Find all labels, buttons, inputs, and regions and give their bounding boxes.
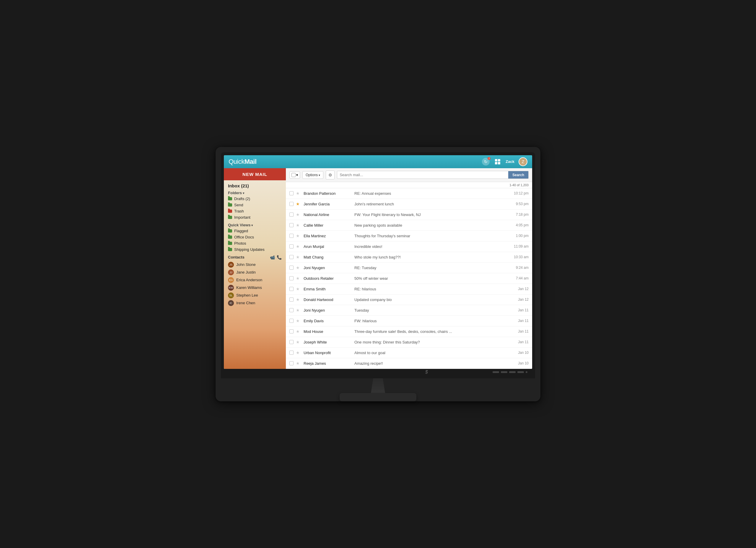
- sidebar-item-officedocs[interactable]: Office Docs: [224, 234, 286, 240]
- email-row[interactable]: ★ Emily Davis FW: hilarious Jan 11: [286, 316, 532, 326]
- email-star[interactable]: ★: [296, 340, 301, 344]
- email-date: 7:18 pm: [508, 213, 529, 217]
- email-checkbox[interactable]: [289, 287, 294, 291]
- email-checkbox[interactable]: [289, 329, 294, 333]
- sidebar-item-send[interactable]: Send: [224, 202, 286, 208]
- new-mail-button[interactable]: NEW MAIL: [224, 168, 286, 180]
- search-button[interactable]: Search: [508, 171, 528, 179]
- email-checkbox[interactable]: [289, 255, 294, 259]
- monitor-btn-4[interactable]: [517, 371, 524, 373]
- phone-icon[interactable]: 📞: [277, 255, 282, 260]
- email-star[interactable]: ★: [296, 191, 301, 196]
- email-star[interactable]: ★: [296, 361, 301, 366]
- sidebar-item-photos[interactable]: Photos: [224, 240, 286, 247]
- sidebar-item-trash[interactable]: Trash: [224, 208, 286, 214]
- email-star[interactable]: ★: [296, 329, 301, 334]
- email-row[interactable]: ★ Jennifer Garcia John's retirement lunc…: [286, 199, 532, 210]
- sidebar-item-flagged[interactable]: Flagged: [224, 228, 286, 234]
- monitor-stand-neck: [366, 378, 390, 393]
- refresh-button[interactable]: ↻ 2: [482, 158, 490, 166]
- email-checkbox[interactable]: [289, 223, 294, 227]
- contact-item[interactable]: EA Erica Anderson: [224, 276, 286, 284]
- email-star[interactable]: ★: [296, 318, 301, 323]
- email-sender: Arun Munjal: [304, 244, 351, 249]
- grid-icon-inner: [495, 159, 500, 164]
- contacts-list: JS John Stone JJ Jane Justin EA Erica An…: [224, 261, 286, 307]
- user-avatar[interactable]: Z: [519, 157, 527, 166]
- folder-icon-trash: [228, 210, 232, 213]
- sidebar-item-drafts[interactable]: Drafts (2): [224, 196, 286, 202]
- email-star[interactable]: ★: [296, 350, 301, 355]
- search-input[interactable]: [337, 171, 508, 179]
- email-checkbox[interactable]: [289, 213, 294, 217]
- contact-item[interactable]: JS John Stone: [224, 261, 286, 269]
- email-checkbox[interactable]: [289, 276, 294, 280]
- email-row[interactable]: ★ Brandon Patterson RE: Annual expenses …: [286, 188, 532, 199]
- grid-icon[interactable]: [494, 158, 501, 166]
- email-star[interactable]: ★: [296, 286, 301, 291]
- email-row[interactable]: ★ National Airline FW: Your Flight Itine…: [286, 210, 532, 220]
- video-call-icon[interactable]: 📹: [270, 255, 275, 260]
- select-all-checkbox[interactable]: [291, 173, 296, 177]
- email-star[interactable]: ★: [296, 234, 301, 238]
- settings-button[interactable]: ⚙: [326, 171, 335, 180]
- contact-item[interactable]: IC Irene Chen: [224, 299, 286, 307]
- email-row[interactable]: ★ Ella Martinez Thoughts for Thursday's …: [286, 231, 532, 242]
- email-checkbox[interactable]: [289, 191, 294, 195]
- email-checkbox[interactable]: [289, 361, 294, 365]
- email-row[interactable]: ★ Mod House Three-day furniture sale! Be…: [286, 326, 532, 337]
- email-date: Jan 12: [508, 297, 529, 301]
- email-checkbox[interactable]: [289, 319, 294, 323]
- email-checkbox[interactable]: [289, 266, 294, 270]
- email-date: Jan 11: [508, 308, 529, 312]
- email-star[interactable]: ★: [296, 265, 301, 270]
- email-row[interactable]: ★ Outdoors Retailer 50% off winter wear …: [286, 273, 532, 284]
- monitor-btn-1[interactable]: [493, 371, 499, 373]
- select-all-button[interactable]: ▾: [289, 172, 300, 179]
- contact-item[interactable]: JJ Jane Justin: [224, 269, 286, 276]
- email-row[interactable]: ★ Callie Miller New parking spots availa…: [286, 220, 532, 231]
- monitor-btn-3[interactable]: [509, 371, 516, 373]
- email-checkbox[interactable]: [289, 234, 294, 238]
- sidebar-item-shipping[interactable]: Shipping Updates: [224, 247, 286, 253]
- email-date: 10:33 am: [508, 255, 529, 259]
- email-row[interactable]: ★ Matt Chang Who stole my lunch bag??! 1…: [286, 252, 532, 263]
- sidebar-item-important[interactable]: Important: [224, 214, 286, 221]
- email-star[interactable]: ★: [296, 223, 301, 228]
- email-star[interactable]: ★: [296, 308, 301, 312]
- email-checkbox[interactable]: [289, 244, 294, 249]
- email-star[interactable]: ★: [296, 202, 301, 206]
- options-button[interactable]: Options: [302, 171, 323, 179]
- email-row[interactable]: ★ Reeja James Amazing recipe!! Jan 10: [286, 358, 532, 369]
- email-star[interactable]: ★: [296, 212, 301, 217]
- email-checkbox[interactable]: [289, 297, 294, 301]
- email-row[interactable]: ★ Donald Hartwood Updated company bio Ja…: [286, 294, 532, 305]
- email-row[interactable]: ★ Urban Nonprofit Almost to our goal Jan…: [286, 348, 532, 358]
- email-checkbox[interactable]: [289, 308, 294, 312]
- email-checkbox[interactable]: [289, 340, 294, 344]
- email-date: 11:09 am: [508, 244, 529, 249]
- email-row[interactable]: ★ Joni Nyugen Tuesday Jan 11: [286, 305, 532, 316]
- email-star[interactable]: ★: [296, 255, 301, 260]
- email-star[interactable]: ★: [296, 276, 301, 280]
- email-row[interactable]: ★ Emma Smith RE: hilarious Jan 12: [286, 284, 532, 294]
- inbox-label[interactable]: Inbox (21): [224, 182, 286, 190]
- email-star[interactable]: ★: [296, 244, 301, 249]
- quick-views-header[interactable]: Quick Views: [224, 221, 286, 228]
- contact-item[interactable]: KW Karen Williams: [224, 284, 286, 291]
- contact-item[interactable]: SL Stephen Lee: [224, 291, 286, 299]
- email-sender: Urban Nonprofit: [304, 350, 351, 355]
- email-date: Jan 11: [508, 319, 529, 323]
- email-row[interactable]: ★ Arun Munjal Incredible video! 11:09 am: [286, 242, 532, 252]
- email-sender: Joni Nyugen: [304, 308, 351, 312]
- email-row[interactable]: ★ Joni Nyugen RE: Tuesday 9:24 am: [286, 263, 532, 273]
- email-row[interactable]: ★ Joseph White One more thing: Dinner th…: [286, 337, 532, 348]
- email-subject: Three-day furniture sale! Beds, desks, c…: [351, 329, 508, 334]
- email-star[interactable]: ★: [296, 297, 301, 302]
- search-box: Search: [337, 171, 529, 179]
- email-checkbox[interactable]: [289, 350, 294, 355]
- contact-avatar: IC: [228, 300, 234, 306]
- monitor-btn-2[interactable]: [501, 371, 507, 373]
- email-checkbox[interactable]: [289, 202, 294, 206]
- folders-header[interactable]: Folders: [224, 190, 286, 196]
